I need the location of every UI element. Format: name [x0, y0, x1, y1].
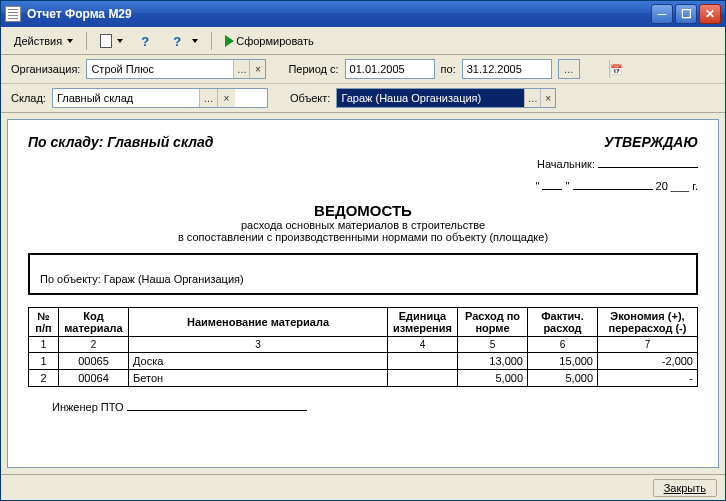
idx-3: 3 — [129, 337, 388, 353]
close-button[interactable]: Закрыть — [653, 479, 717, 497]
cell-unit — [388, 370, 458, 387]
col-unit: Единица измерения — [388, 308, 458, 337]
calendar-to-button[interactable]: 📅 — [609, 60, 622, 78]
window-title: Отчет Форма М29 — [27, 7, 132, 21]
cell-name: Бетон — [129, 370, 388, 387]
object-input[interactable] — [337, 89, 524, 107]
col-fact: Фактич. расход — [528, 308, 598, 337]
date-month-line — [573, 189, 653, 190]
idx-5: 5 — [458, 337, 528, 353]
col-econ: Экономия (+), перерасход (-) — [598, 308, 698, 337]
period-to-field[interactable]: 📅 — [462, 59, 552, 79]
idx-7: 7 — [598, 337, 698, 353]
org-clear-button[interactable]: × — [249, 60, 265, 78]
period-from-field[interactable]: 📅 — [345, 59, 435, 79]
period-label: Период с: — [288, 63, 338, 75]
cell-name: Доска — [129, 353, 388, 370]
period-extra-button[interactable]: … — [558, 59, 580, 79]
filter-row-1: Организация: … × Период с: 📅 по: 📅 … — [1, 55, 725, 84]
table-row: 2 00064 Бетон 5,000 5,000 - — [29, 370, 698, 387]
org-select-button[interactable]: … — [233, 60, 249, 78]
run-button[interactable]: Сформировать — [218, 32, 321, 50]
actions-label: Действия — [14, 35, 62, 47]
settings-button[interactable] — [93, 31, 130, 51]
help-icon: ? — [173, 34, 187, 48]
report-subtitle-1: расхода основных материалов в строительс… — [28, 219, 698, 231]
report-subtitle-2: в сопоставлении с производственными норм… — [28, 231, 698, 243]
warehouse-input[interactable] — [53, 89, 199, 107]
toolbar: Действия ? ? Сформировать — [1, 27, 725, 55]
minimize-button[interactable]: ─ — [651, 4, 673, 24]
titlebar: Отчет Форма М29 ─ ☐ ✕ — [1, 1, 725, 27]
period-to-label: по: — [441, 63, 456, 75]
warehouse-clear-button[interactable]: × — [217, 89, 235, 107]
col-n: № п/п — [29, 308, 59, 337]
engineer-signature-line — [127, 410, 307, 411]
report-area: По складу: Главный склад УТВЕРЖДАЮ Начал… — [7, 119, 719, 468]
filter-row-2: Склад: … × Объект: … × — [1, 84, 725, 113]
cell-n: 1 — [29, 353, 59, 370]
cell-fact: 15,000 — [528, 353, 598, 370]
idx-6: 6 — [528, 337, 598, 353]
page-icon — [100, 34, 112, 48]
chevron-down-icon — [67, 39, 73, 43]
separator — [211, 32, 212, 50]
run-label: Сформировать — [236, 35, 314, 47]
cell-code: 00064 — [59, 370, 129, 387]
date-quote-open: " — [536, 180, 540, 192]
cell-fact: 5,000 — [528, 370, 598, 387]
close-label: Закрыть — [664, 482, 706, 494]
help-icon: ? — [141, 34, 155, 48]
separator — [86, 32, 87, 50]
date-year-tail: 20 ___ г. — [656, 180, 698, 192]
org-input[interactable] — [87, 60, 233, 78]
warehouse-select-button[interactable]: … — [199, 89, 217, 107]
cell-econ: -2,000 — [598, 353, 698, 370]
object-select-button[interactable]: … — [524, 89, 539, 107]
org-label: Организация: — [11, 63, 80, 75]
col-name: Наименование материала — [129, 308, 388, 337]
ellipsis-icon[interactable]: … — [559, 60, 579, 78]
date-day-line — [542, 189, 562, 190]
chevron-down-icon — [192, 39, 198, 43]
cell-norm: 5,000 — [458, 370, 528, 387]
signature-line — [598, 167, 698, 168]
play-icon — [225, 35, 234, 47]
help-button[interactable]: ? — [134, 31, 162, 51]
approve-label: УТВЕРЖДАЮ — [536, 134, 699, 150]
chief-label: Начальник: — [537, 158, 595, 170]
object-field[interactable]: … × — [336, 88, 556, 108]
col-code: Код материала — [59, 308, 129, 337]
engineer-label: Инженер ПТО — [52, 401, 124, 413]
cell-code: 00065 — [59, 353, 129, 370]
maximize-button[interactable]: ☐ — [675, 4, 697, 24]
chevron-down-icon — [117, 39, 123, 43]
more-help-button[interactable]: ? — [166, 31, 205, 51]
idx-2: 2 — [59, 337, 129, 353]
cell-econ: - — [598, 370, 698, 387]
idx-1: 1 — [29, 337, 59, 353]
close-window-button[interactable]: ✕ — [699, 4, 721, 24]
warehouse-field[interactable]: … × — [52, 88, 268, 108]
col-norm: Расход по норме — [458, 308, 528, 337]
cell-n: 2 — [29, 370, 59, 387]
object-box-text: По объекту: Гараж (Наша Организация) — [40, 273, 244, 285]
warehouse-label: Склад: — [11, 92, 46, 104]
cell-norm: 13,000 — [458, 353, 528, 370]
app-icon — [5, 6, 21, 22]
object-box: По объекту: Гараж (Наша Организация) — [28, 253, 698, 295]
org-field[interactable]: … × — [86, 59, 266, 79]
materials-table: № п/п Код материала Наименование материа… — [28, 307, 698, 387]
report-title: ВЕДОМОСТЬ — [28, 202, 698, 219]
cell-unit — [388, 353, 458, 370]
statusbar: Закрыть — [1, 474, 725, 500]
object-clear-button[interactable]: × — [540, 89, 555, 107]
by-warehouse-text: По складу: Главный склад — [28, 134, 213, 192]
actions-menu[interactable]: Действия — [7, 32, 80, 50]
table-row: 1 00065 Доска 13,000 15,000 -2,000 — [29, 353, 698, 370]
idx-4: 4 — [388, 337, 458, 353]
date-quote-close: " — [566, 180, 570, 192]
object-label: Объект: — [290, 92, 331, 104]
period-to-input[interactable] — [463, 60, 609, 78]
